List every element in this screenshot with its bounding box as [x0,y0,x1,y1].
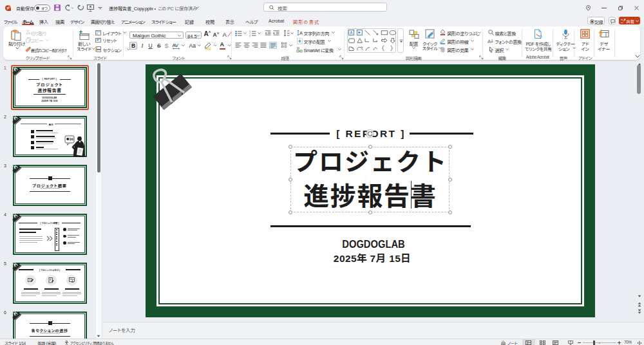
svg-text:A: A [299,30,303,36]
svg-text:A: A [488,39,491,44]
svg-text:A: A [350,30,353,35]
svg-text:3: 3 [249,34,251,36]
svg-text:P: P [7,6,10,10]
